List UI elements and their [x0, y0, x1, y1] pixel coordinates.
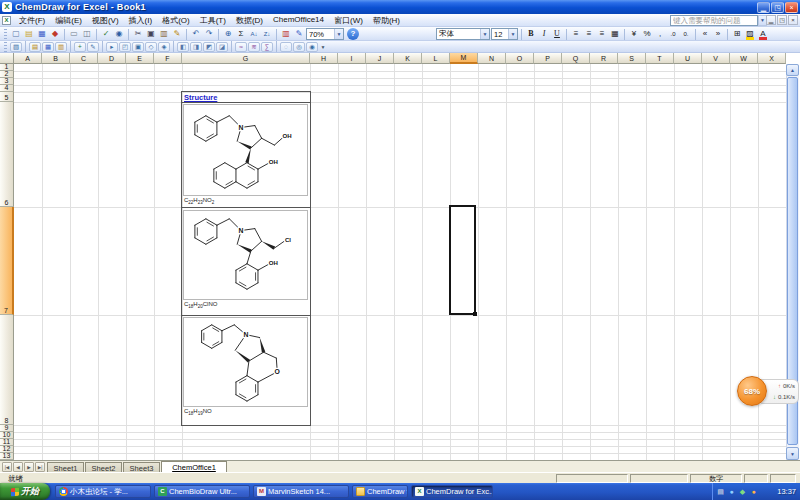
fill-color-icon[interactable]: ▨ [744, 28, 756, 40]
structure-picture-2[interactable]: NClOH [183, 210, 308, 300]
structure-to-name-icon[interactable]: ≋ [248, 42, 260, 52]
column-header-i[interactable]: I [338, 53, 366, 64]
column-header-b[interactable]: B [42, 53, 70, 64]
bold-icon[interactable]: B [525, 28, 537, 40]
align-structures-top-icon[interactable]: ◩ [203, 42, 215, 52]
undo-icon[interactable]: ↶ [190, 28, 202, 40]
memory-usage-ball[interactable]: 68% [737, 376, 767, 406]
hyperlink-icon[interactable]: ⊕ [222, 28, 234, 40]
decrease-decimal-icon[interactable]: 0. [680, 28, 692, 40]
sort-descending-icon[interactable]: Z↓ [261, 28, 273, 40]
row-header-6[interactable]: 6 [0, 102, 14, 207]
column-header-f[interactable]: F [154, 53, 182, 64]
cut-icon[interactable]: ✂ [132, 28, 144, 40]
taskbar-button-chembiodraw[interactable]: CChemBioDraw Ultr... [154, 485, 250, 498]
spelling-icon[interactable]: ✓ [100, 28, 112, 40]
column-header-n[interactable]: N [478, 53, 506, 64]
font-name-combo[interactable]: 宋体 ▼ [436, 28, 490, 40]
align-center-icon[interactable]: ≡ [583, 28, 595, 40]
zoom-combo[interactable]: 70%▼ [306, 28, 344, 40]
column-header-m[interactable]: M [450, 53, 478, 64]
search-similarity-icon[interactable]: ◉ [306, 42, 318, 52]
menu-tools[interactable]: 工具(T) [195, 14, 231, 27]
column-header-e[interactable]: E [126, 53, 154, 64]
align-structures-left-icon[interactable]: ◧ [177, 42, 189, 52]
print-icon[interactable]: ▭ [68, 28, 80, 40]
save-icon[interactable]: ▦ [36, 28, 48, 40]
insert-row-icon[interactable]: ▸ [106, 42, 118, 52]
tab-nav-last-icon[interactable]: ▶| [35, 462, 45, 472]
menu-help[interactable]: 帮助(H) [368, 14, 405, 27]
help-question-input[interactable] [670, 15, 758, 26]
edit-structure-icon[interactable]: ✎ [87, 42, 99, 52]
column-header-c[interactable]: C [70, 53, 98, 64]
column-header-h[interactable]: H [310, 53, 338, 64]
menu-data[interactable]: 数据(D) [231, 14, 268, 27]
increase-indent-icon[interactable]: » [712, 28, 724, 40]
column-header-x[interactable]: X [758, 53, 786, 64]
font-size-combo[interactable]: 12 ▼ [491, 28, 518, 40]
sort-ascending-icon[interactable]: A↓ [248, 28, 260, 40]
add-structure-icon[interactable]: + [74, 42, 86, 52]
help-icon[interactable]: ? [347, 28, 359, 40]
row-header-7[interactable]: 7 [0, 207, 14, 315]
taskbar-button-chemdraw-folder[interactable]: ChemDraw for Excel [352, 485, 408, 498]
workbook-close-icon[interactable]: × [788, 15, 798, 25]
show-pictures-icon[interactable]: ◈ [158, 42, 170, 52]
comma-icon[interactable]: , [654, 28, 666, 40]
menu-chemoffice14[interactable]: ChemOffice14 [268, 14, 329, 27]
search-identity-icon[interactable]: ◌ [280, 42, 292, 52]
menu-format[interactable]: 格式(O) [157, 14, 195, 27]
menu-insert[interactable]: 插入(I) [124, 14, 158, 27]
analyze-icon[interactable]: ∑ [261, 42, 273, 52]
decrease-indent-icon[interactable]: « [699, 28, 711, 40]
workbook-restore-icon[interactable]: ◳ [777, 15, 787, 25]
antivirus-icon[interactable]: ◆ [738, 487, 747, 496]
name-to-structure-icon[interactable]: ≈ [235, 42, 247, 52]
italic-icon[interactable]: I [538, 28, 550, 40]
print-preview-icon[interactable]: ◫ [81, 28, 93, 40]
scroll-up-icon[interactable]: ▲ [786, 64, 799, 76]
column-header-o[interactable]: O [506, 53, 534, 64]
chemoffice-worksheet-icon[interactable]: ▧ [10, 42, 22, 52]
taskbar-button-browser[interactable]: 小木虫论坛 - 学... [55, 485, 151, 498]
column-header-t[interactable]: T [646, 53, 674, 64]
new-icon[interactable]: ▢ [10, 28, 22, 40]
row-header-13[interactable]: 13 [0, 453, 14, 460]
column-header-u[interactable]: U [674, 53, 702, 64]
taskbar-button-chemdraw-excel[interactable]: XChemDraw for Exc... [411, 485, 493, 498]
resize-handle[interactable] [473, 312, 477, 316]
search-substructure-icon[interactable]: ◎ [293, 42, 305, 52]
redo-icon[interactable]: ↷ [203, 28, 215, 40]
import-table-icon[interactable]: ▥ [55, 42, 67, 52]
align-structures-bottom-icon[interactable]: ◪ [216, 42, 228, 52]
open-worksheet-icon[interactable]: ▤ [29, 42, 41, 52]
restore-icon[interactable]: ◳ [771, 2, 784, 13]
row-header-5[interactable]: 5 [0, 92, 14, 102]
chevron-down-icon[interactable]: ▼ [480, 29, 489, 39]
column-header-k[interactable]: K [394, 53, 422, 64]
column-header-d[interactable]: D [98, 53, 126, 64]
minimize-icon[interactable]: ▁ [757, 2, 770, 13]
start-button[interactable]: 开始 [0, 483, 50, 500]
column-header-v[interactable]: V [702, 53, 730, 64]
paste-icon[interactable]: ▥ [158, 28, 170, 40]
messenger-icon[interactable]: ● [727, 487, 736, 496]
menu-edit[interactable]: 编辑(E) [50, 14, 87, 27]
align-right-icon[interactable]: ≡ [596, 28, 608, 40]
monitor-icon[interactable]: ● [749, 487, 758, 496]
column-header-w[interactable]: W [730, 53, 758, 64]
open-icon[interactable]: ▤ [23, 28, 35, 40]
selected-object[interactable] [449, 205, 476, 315]
tab-nav-next-icon[interactable]: ▶ [24, 462, 34, 472]
convert-picture-icon[interactable]: ◰ [119, 42, 131, 52]
scroll-down-icon[interactable]: ▼ [786, 447, 799, 460]
tab-nav-previous-icon[interactable]: ◀ [13, 462, 23, 472]
column-header-g[interactable]: G [182, 53, 310, 64]
row-header-8[interactable]: 8 [0, 315, 14, 425]
column-header-a[interactable]: A [14, 53, 42, 64]
align-left-icon[interactable]: ≡ [570, 28, 582, 40]
menu-view[interactable]: 视图(V) [87, 14, 124, 27]
column-header-p[interactable]: P [534, 53, 562, 64]
font-color-icon[interactable]: A [757, 28, 769, 40]
